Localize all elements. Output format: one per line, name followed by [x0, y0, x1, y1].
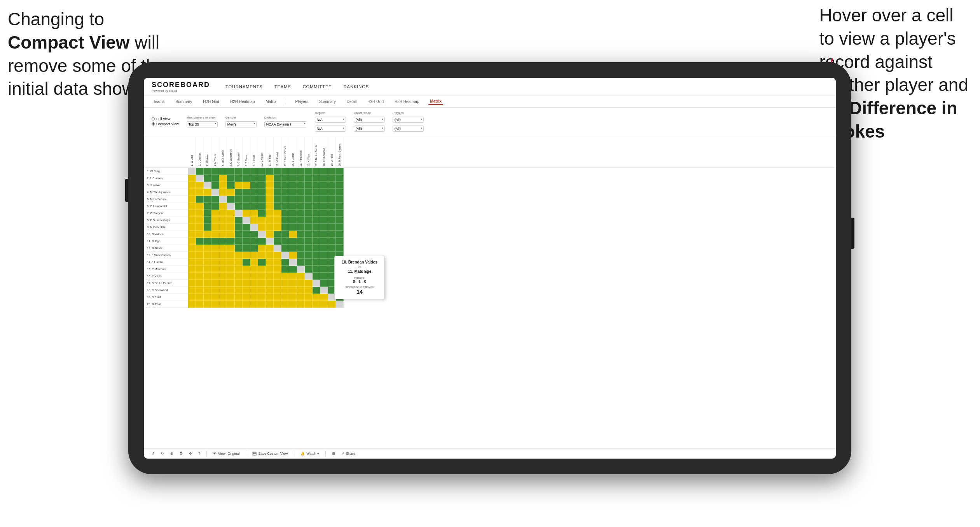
grid-cell[interactable]: [313, 210, 320, 217]
grid-cell[interactable]: [281, 294, 289, 301]
grid-cell[interactable]: [235, 273, 243, 280]
grid-cell[interactable]: [328, 189, 336, 196]
grid-cell[interactable]: [211, 168, 219, 175]
grid-cell[interactable]: [227, 259, 235, 266]
grid-cell[interactable]: [258, 189, 266, 196]
grid-cell[interactable]: [320, 189, 328, 196]
share-button[interactable]: ↗ Share: [341, 452, 355, 455]
grid-cell[interactable]: [289, 301, 297, 308]
grid-cell[interactable]: [204, 189, 211, 196]
grid-cell[interactable]: [266, 224, 274, 231]
grid-cell[interactable]: [258, 196, 266, 203]
grid-cell[interactable]: [266, 266, 274, 273]
grid-cell[interactable]: [289, 259, 297, 266]
grid-cell[interactable]: [313, 245, 320, 252]
grid-cell[interactable]: [250, 175, 258, 182]
grid-cell[interactable]: [305, 189, 313, 196]
undo-button[interactable]: ↺: [152, 452, 155, 455]
grid-cell[interactable]: [250, 196, 258, 203]
grid-cell[interactable]: [305, 231, 313, 238]
view-original-button[interactable]: 👁 View: Original: [213, 452, 239, 455]
grid-cell[interactable]: [305, 266, 313, 273]
compact-view-option[interactable]: Compact View: [152, 122, 179, 126]
grid-cell[interactable]: [281, 287, 289, 294]
grid-cell[interactable]: [305, 294, 313, 301]
grid-cell[interactable]: [227, 196, 235, 203]
full-view-option[interactable]: Full View: [152, 117, 179, 121]
grid-cell[interactable]: [305, 287, 313, 294]
grid-cell[interactable]: [258, 224, 266, 231]
grid-cell[interactable]: [313, 168, 320, 175]
grid-cell[interactable]: [243, 301, 250, 308]
grid-cell[interactable]: [188, 273, 196, 280]
grid-cell[interactable]: [196, 252, 204, 259]
grid-cell[interactable]: [266, 238, 274, 245]
grid-cell[interactable]: [204, 196, 211, 203]
grid-cell[interactable]: [305, 196, 313, 203]
grid-cell[interactable]: [196, 203, 204, 210]
grid-cell[interactable]: [250, 168, 258, 175]
grid-cell[interactable]: [320, 182, 328, 189]
subnav-players[interactable]: Players: [294, 99, 310, 105]
grid-cell[interactable]: [243, 168, 250, 175]
grid-cell[interactable]: [305, 252, 313, 259]
grid-cell[interactable]: [250, 245, 258, 252]
grid-cell[interactable]: [258, 294, 266, 301]
grid-cell[interactable]: [266, 259, 274, 266]
grid-cell[interactable]: [281, 196, 289, 203]
grid-cell[interactable]: [235, 294, 243, 301]
grid-cell[interactable]: [211, 259, 219, 266]
grid-cell[interactable]: [289, 217, 297, 224]
grid-cell[interactable]: [297, 196, 305, 203]
grid-cell[interactable]: [328, 203, 336, 210]
grid-cell[interactable]: [281, 266, 289, 273]
grid-cell[interactable]: [328, 301, 336, 308]
grid-cell[interactable]: [297, 301, 305, 308]
grid-cell[interactable]: [188, 189, 196, 196]
grid-cell[interactable]: [227, 294, 235, 301]
grid-cell[interactable]: [227, 287, 235, 294]
subnav-teams[interactable]: Teams: [152, 99, 166, 105]
grid-cell[interactable]: [235, 168, 243, 175]
grid-cell[interactable]: [305, 217, 313, 224]
subnav-h2hgrid1[interactable]: H2H Grid: [201, 99, 221, 105]
grid-cell[interactable]: [297, 252, 305, 259]
grid-cell[interactable]: [196, 280, 204, 287]
grid-cell[interactable]: [211, 203, 219, 210]
grid-cell[interactable]: [196, 287, 204, 294]
grid-cell[interactable]: [243, 287, 250, 294]
grid-cell[interactable]: [227, 245, 235, 252]
grid-cell[interactable]: [211, 273, 219, 280]
subnav-summary1[interactable]: Summary: [174, 99, 194, 105]
grid-cell[interactable]: [204, 231, 211, 238]
conference-select2[interactable]: (All): [354, 126, 385, 132]
grid-cell[interactable]: [297, 266, 305, 273]
grid-cell[interactable]: [188, 266, 196, 273]
grid-cell[interactable]: [219, 301, 227, 308]
grid-cell[interactable]: [258, 273, 266, 280]
grid-cell[interactable]: [281, 189, 289, 196]
grid-cell[interactable]: [305, 245, 313, 252]
grid-cell[interactable]: [297, 245, 305, 252]
grid-cell[interactable]: [274, 280, 281, 287]
grid-cell[interactable]: [305, 203, 313, 210]
grid-cell[interactable]: [274, 259, 281, 266]
nav-teams[interactable]: TEAMS: [274, 84, 291, 89]
grid-cell[interactable]: [274, 266, 281, 273]
grid-cell[interactable]: [320, 168, 328, 175]
grid-cell[interactable]: [297, 168, 305, 175]
grid-cell[interactable]: [219, 287, 227, 294]
grid-cell[interactable]: [204, 245, 211, 252]
grid-cell[interactable]: [227, 168, 235, 175]
grid-cell[interactable]: [266, 217, 274, 224]
grid-cell[interactable]: [320, 196, 328, 203]
grid-cell[interactable]: [219, 245, 227, 252]
grid-cell[interactable]: [297, 259, 305, 266]
grid-cell[interactable]: [243, 280, 250, 287]
grid-cell[interactable]: [188, 175, 196, 182]
grid-cell[interactable]: [328, 168, 336, 175]
grid-cell[interactable]: [227, 182, 235, 189]
grid-cell[interactable]: [297, 224, 305, 231]
grid-cell[interactable]: [336, 238, 344, 245]
grid-cell[interactable]: [336, 175, 344, 182]
